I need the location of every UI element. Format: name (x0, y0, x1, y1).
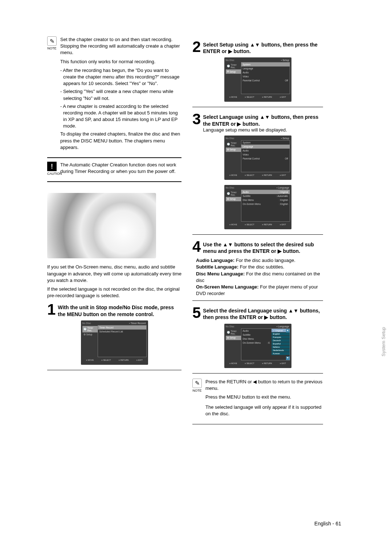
note-bullet: - A new chapter is created according to … (60, 103, 181, 130)
osd-foot-exit: EXIT (136, 359, 143, 361)
osd-screen-setup: No Disc Setup 🕒Timer Rec. ⚙Setup System … (224, 57, 291, 102)
osd-row: Parental ControlOff (241, 78, 290, 82)
section-intro-1: If you set the On-Screen menu, disc menu… (47, 264, 181, 284)
osd-row: Disc Menu: English (241, 198, 290, 202)
osd-foot-return: RETURN (262, 96, 272, 98)
osd-foot-move: MOVE (86, 359, 94, 361)
osd-side-setup: ⚙Setup (226, 69, 241, 74)
step-3-sub: Language setup menu will be displayed. (203, 127, 323, 133)
osd-side-setup: ⚙Setup (226, 148, 241, 152)
osd-foot-select: SELECT (245, 96, 254, 98)
lang-option: Français (271, 336, 290, 339)
osd-foot-select: SELECT (245, 362, 254, 364)
divider (47, 370, 181, 370)
step-number: 1 (47, 303, 56, 316)
side-tab: System Setup (381, 327, 386, 356)
lang-option: Español (271, 342, 290, 346)
step-4-text: Use the ▲▼ buttons to select the desired… (203, 240, 323, 254)
osd-row: Audio (241, 329, 271, 333)
step-number: 3 (192, 112, 201, 126)
osd-row: Audio: Original (241, 190, 290, 194)
osd-foot-return: RETURN (119, 359, 129, 361)
subitem-osm: On-Screen Menu Language: For the player … (196, 284, 323, 297)
subitem-discmenu: Disc Menu Language: For the disc menu co… (196, 271, 323, 284)
osd-row: Audio (241, 149, 290, 153)
step-2: 2 Select Setup using ▲▼ buttons, then pr… (192, 40, 323, 54)
note-icon: ✎ (47, 36, 57, 46)
osd-foot-select: SELECT (245, 223, 254, 226)
osd-side-setup: ⚙Setup (226, 197, 241, 201)
lang-option: English (271, 332, 290, 336)
step-number: 4 (192, 240, 201, 254)
step-3: 3 Select Language using ▲▼ buttons, then… (192, 112, 323, 132)
section-intro-2: If the selected language is not recorded… (47, 286, 181, 299)
divider (192, 373, 323, 374)
osd-row: Parental ControlOff (241, 157, 290, 161)
step-2-text: Select Setup using ▲▼ buttons, then pres… (203, 40, 323, 54)
osd-screen-language: No Disc Language 🕒Timer Rec. ⚙Setup Audi… (224, 185, 291, 229)
note-icon: ✎ (192, 379, 202, 388)
osd-breadcrumb: Timer Record (129, 322, 146, 324)
note2-line3: The selected language will only appear i… (205, 404, 323, 417)
osd-row: On-Screen Menu: E (241, 341, 271, 345)
note-line1: This function only works for normal reco… (60, 58, 181, 65)
osd-side-setup: ⚙Setup (82, 332, 98, 337)
lang-option: Italiano (271, 346, 290, 349)
lang-option: Nederlands (271, 349, 290, 352)
osd-foot-exit: EXIT (280, 223, 286, 226)
caution-text: The Automatic Chapter Creation function … (60, 162, 181, 175)
osd-row: Language (241, 66, 290, 70)
osd-title: No Disc (226, 59, 290, 61)
osd-row: Disc Menu (241, 337, 271, 341)
osd-row: Scheduled Record List (98, 330, 146, 334)
osd-foot-move: MOVE (229, 96, 237, 98)
osd-breadcrumb: Setup (281, 59, 289, 61)
osd-foot-move: MOVE (229, 362, 237, 364)
osd-side-timer: 🕒Timer Rec. (226, 190, 241, 197)
note2-line2: Press the MENU button to exit the menu. (205, 394, 323, 400)
subitem-audio: Audio Language: For the disc audio langu… (196, 257, 323, 264)
osd-row: System (241, 141, 290, 145)
disc-image (47, 193, 156, 258)
note-label: NOTE (47, 47, 57, 50)
osd-side-timer: 🕒Timer Rec. (226, 63, 241, 69)
osd-foot-exit: EXIT (280, 174, 286, 176)
osd-row: Language (241, 145, 290, 149)
step-5-text: Select the desired Language using ▲▼ but… (203, 306, 323, 320)
osd-foot-exit: EXIT (280, 362, 286, 364)
osd-foot-select: SELECT (245, 174, 254, 176)
divider (192, 107, 323, 107)
step-5: 5 Select the desired Language using ▲▼ b… (192, 306, 323, 320)
osd-side-setup: ⚙Setup (226, 336, 241, 340)
osd-foot-return: RETURN (262, 223, 272, 226)
osd-row: On-Screen Menu: English (241, 202, 290, 206)
osd-breadcrumb: Language (277, 186, 289, 189)
subitem-subtitle: Subtitle Language: For the disc subtitle… (196, 264, 323, 270)
osd-foot-move: MOVE (229, 223, 237, 226)
caution-icon: ! (47, 162, 57, 171)
osd-row: Timer Record (98, 326, 146, 330)
note2-line1: Press the RETURN or ◀ button to return t… (205, 379, 323, 392)
osd-row: Subtitle (241, 333, 271, 337)
divider (192, 234, 323, 235)
divider (192, 300, 323, 301)
osd-row: Video (241, 153, 290, 157)
osd-screen-lang-select: No Disc Language 🕒Timer Rec. ⚙Setup Audi… (224, 324, 291, 368)
note-intro: Set the chapter creator to on and then s… (60, 36, 181, 56)
osd-row: Subtitle: Automatic (241, 194, 290, 198)
step-3-text: Select Language using ▲▼ buttons, then p… (203, 112, 323, 127)
osd-breadcrumb: Language (277, 325, 289, 328)
step-number: 5 (192, 306, 201, 320)
osd-foot-return: RETURN (262, 174, 272, 176)
osd-foot-return: RETURN (262, 362, 272, 364)
scroll-down-arrow: ▼ (286, 356, 290, 360)
osd-side-timer: 🕒Timer Rec. (226, 329, 241, 336)
caution-label: CAUTION (47, 172, 57, 175)
step-1-text: With the unit in Stop mode/No Disc mode,… (58, 303, 181, 317)
scroll-up-arrow: ▲ (286, 329, 290, 332)
osd-side-timer: 🕒Timer Rec. (82, 326, 98, 332)
note-label: NOTE (192, 389, 202, 392)
osd-screen-timer: No Disc Timer Record 🕒Timer Rec. ⚙Setup … (81, 320, 148, 365)
lang-option: Korean (271, 352, 290, 355)
osd-foot-exit: EXIT (280, 96, 286, 98)
